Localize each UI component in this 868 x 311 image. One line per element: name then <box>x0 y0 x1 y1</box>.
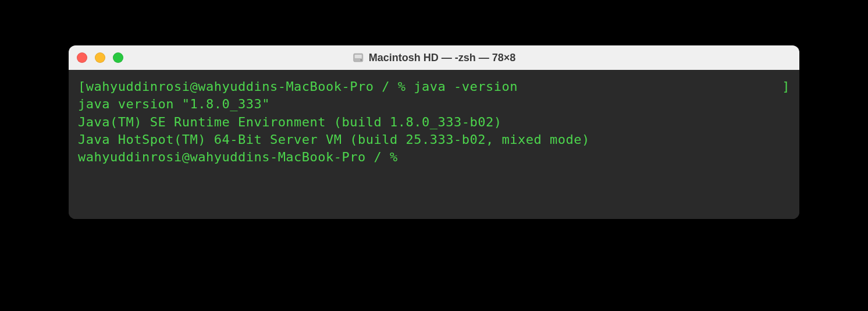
titlebar: Macintosh HD — -zsh — 78×8 <box>69 45 799 70</box>
window-title: Macintosh HD — -zsh — 78×8 <box>369 52 516 64</box>
terminal-line-1: [wahyuddinrosi@wahyuddins-MacBook-Pro / … <box>78 78 790 96</box>
close-bracket: ] <box>782 78 790 96</box>
title-wrapper: Macintosh HD — -zsh — 78×8 <box>353 52 516 64</box>
prompt-1: wahyuddinrosi@wahyuddins-MacBook-Pro / % <box>86 79 414 94</box>
svg-rect-1 <box>355 55 362 58</box>
disk-icon <box>353 52 364 63</box>
traffic-lights <box>77 52 123 63</box>
terminal-window: Macintosh HD — -zsh — 78×8 [wahyuddinros… <box>69 45 799 219</box>
terminal-line-3: Java(TM) SE Runtime Environment (build 1… <box>78 114 790 131</box>
minimize-button[interactable] <box>95 52 105 63</box>
maximize-button[interactable] <box>113 52 123 63</box>
close-button[interactable] <box>77 52 87 63</box>
open-bracket: [ <box>78 79 86 94</box>
terminal-line-4: Java HotSpot(TM) 64-Bit Server VM (build… <box>78 131 790 149</box>
terminal-line-2: java version "1.8.0_333" <box>78 96 790 113</box>
terminal-body[interactable]: [wahyuddinrosi@wahyuddins-MacBook-Pro / … <box>69 70 799 219</box>
svg-point-2 <box>361 59 362 61</box>
terminal-line-5: wahyuddinrosi@wahyuddins-MacBook-Pro / % <box>78 149 790 166</box>
command-1: java -version <box>414 79 518 94</box>
